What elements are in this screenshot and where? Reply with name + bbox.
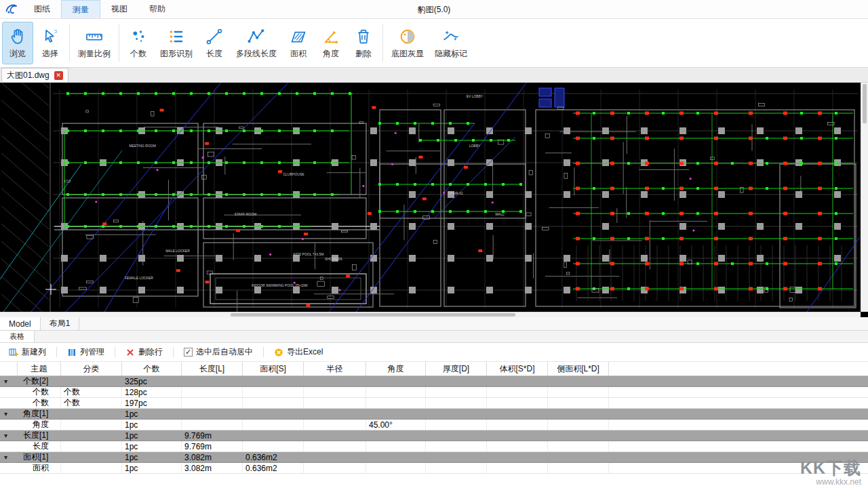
tool-count[interactable]: 个数 [123, 22, 154, 64]
column-header[interactable]: 个数 [122, 362, 182, 375]
title-bar: 图纸 测量 视图 帮助 豹图(5.0) [0, 0, 868, 19]
cad-drawing[interactable]: MEETING ROOMCLUBHOUSESTAFF ROOMKIDS POOL… [0, 83, 861, 312]
table-cell [304, 452, 366, 462]
horizontal-scrollbar[interactable] [0, 312, 861, 317]
table-cell [243, 430, 304, 441]
tool-label: 长度 [206, 48, 222, 60]
column-header[interactable]: 分类 [61, 362, 122, 375]
table-cell [304, 409, 366, 419]
table-row[interactable]: 个数个数197pc [0, 398, 868, 409]
svg-text:STAIR-01: STAIR-01 [448, 191, 463, 195]
close-icon[interactable]: ✕ [54, 71, 63, 80]
tool-delete[interactable]: 删除 [348, 22, 379, 64]
tool-shape-recognition[interactable]: 图形识别 [155, 22, 197, 64]
table-cell [487, 420, 548, 430]
auto-center-checkbox[interactable]: ✓ [184, 348, 193, 357]
menu-tab-drawings[interactable]: 图纸 [23, 0, 61, 18]
table-cell: 1pc [122, 441, 182, 451]
column-header[interactable]: 长度[L] [182, 362, 243, 375]
table-cell [61, 452, 122, 462]
table-cell [426, 387, 487, 397]
table-cell: 1pc [122, 409, 182, 419]
column-header[interactable]: 半径 [304, 362, 366, 375]
table-cell [548, 376, 609, 386]
tool-measure-scale[interactable]: 测量比例 [73, 22, 115, 64]
tool-browse[interactable]: 浏览 [2, 22, 33, 64]
auto-center-toggle[interactable]: ✓ 选中后自动居中 [180, 345, 256, 359]
svg-text:INDOOR SWIMMING POOL 25×10M: INDOOR SWIMMING POOL 25×10M [252, 283, 308, 287]
vertical-scrollbar-thumb[interactable] [863, 84, 867, 123]
tool-angle[interactable]: 角度 [315, 22, 347, 64]
table-cell: 角度[1] [18, 409, 61, 419]
tool-length[interactable]: 长度 [199, 22, 230, 64]
table-cell [426, 463, 487, 473]
table-row[interactable]: ▾面积[1]1pc3.082m0.636m2 [0, 452, 868, 463]
tool-label: 测量比例 [78, 48, 111, 60]
tool-label: 图形识别 [160, 48, 193, 60]
expand-arrow-icon[interactable]: ▾ [0, 430, 18, 441]
expand-arrow-icon[interactable]: ▾ [0, 452, 18, 462]
tool-select[interactable]: 选择 [35, 22, 66, 64]
table-cell [304, 398, 366, 408]
column-header[interactable]: 面积[S] [243, 362, 304, 375]
table-cell [61, 430, 122, 441]
column-header[interactable]: 厚度[D] [426, 362, 487, 375]
column-header[interactable]: 角度 [366, 362, 426, 375]
column-manage-button[interactable]: 列管理 [64, 345, 108, 359]
table-cell: 个数 [18, 398, 61, 408]
column-header[interactable]: 主题 [18, 362, 61, 375]
tool-polyline-length[interactable]: 多段线长度 [231, 22, 281, 64]
new-column-label: 新建列 [22, 346, 46, 358]
table-row[interactable]: ▾角度[1]1pc [0, 409, 868, 420]
table-cell: 面积 [18, 463, 61, 473]
table-cell: 个数 [61, 387, 122, 397]
tab-layout1[interactable]: 布局1 [41, 317, 80, 330]
expand-arrow-icon[interactable]: ▾ [0, 376, 18, 386]
table-row[interactable]: ▾个数[2]325pc [0, 376, 868, 387]
horizontal-scrollbar-thumb[interactable] [231, 313, 515, 317]
document-tab-label: 大图01.dwg [7, 70, 50, 81]
expand-arrow-icon[interactable]: ▾ [0, 409, 18, 419]
export-excel-button[interactable]: 导出Excel [271, 345, 326, 359]
export-excel-icon [274, 348, 283, 357]
column-header[interactable]: 侧面积[L*D] [548, 362, 609, 375]
document-tab[interactable]: 大图01.dwg ✕ [1, 68, 68, 82]
table-cell [304, 420, 366, 430]
table-cell [426, 409, 487, 419]
svg-text:STAFF ROOM: STAFF ROOM [235, 212, 256, 216]
ribbon-separator [69, 24, 70, 62]
tool-label: 选择 [42, 48, 58, 60]
delete-row-button[interactable]: 删除行 [122, 345, 166, 359]
table-cell [243, 387, 304, 397]
tab-model[interactable]: Model [0, 317, 41, 330]
vertical-scrollbar[interactable] [861, 83, 868, 312]
table-cell [243, 409, 304, 419]
svg-text:FEMALE LOCKER: FEMALE LOCKER [125, 276, 153, 280]
cad-viewport[interactable]: MEETING ROOMCLUBHOUSESTAFF ROOMKIDS POOL… [0, 83, 868, 317]
measurement-table: 主题分类个数长度[L]面积[S]半径角度厚度[D]体积[S*D]侧面积[L*D]… [0, 362, 868, 488]
menu-tab-measure[interactable]: 测量 [61, 0, 100, 18]
table-row[interactable]: 长度1pc9.769m [0, 441, 868, 452]
table-row[interactable]: 面积1pc3.082m0.636m2 [0, 463, 868, 474]
menu-tab-view[interactable]: 视图 [100, 0, 138, 18]
grid-corner [0, 362, 18, 375]
menu-tab-help[interactable]: 帮助 [138, 0, 176, 18]
table-cell: 3.082m [182, 452, 243, 462]
app-window: 图纸 测量 视图 帮助 豹图(5.0) 浏览 选择 测量比例 [0, 0, 868, 488]
table-row[interactable]: 个数个数128pc [0, 387, 868, 398]
column-manage-icon [67, 348, 77, 357]
table-cell: 0.636m2 [243, 452, 304, 462]
tool-area[interactable]: 面积 [283, 22, 314, 64]
delete-row-label: 删除行 [138, 346, 163, 358]
tool-hide-marks[interactable]: 隐藏标记 [430, 22, 472, 64]
table-row[interactable]: 角度1pc45.00° [0, 420, 868, 430]
column-header[interactable]: 体积[S*D] [487, 362, 548, 375]
table-cell: 1pc [122, 463, 182, 473]
count-dots-icon [128, 26, 149, 47]
new-column-button[interactable]: 新建列 [5, 345, 50, 359]
table-row[interactable]: ▾长度[1]1pc9.769m [0, 430, 868, 441]
table-cell [426, 430, 487, 441]
table-cell [426, 398, 487, 408]
tab-table[interactable]: 表格 [0, 331, 35, 342]
tool-gray-display[interactable]: 底图灰显 [387, 22, 429, 64]
